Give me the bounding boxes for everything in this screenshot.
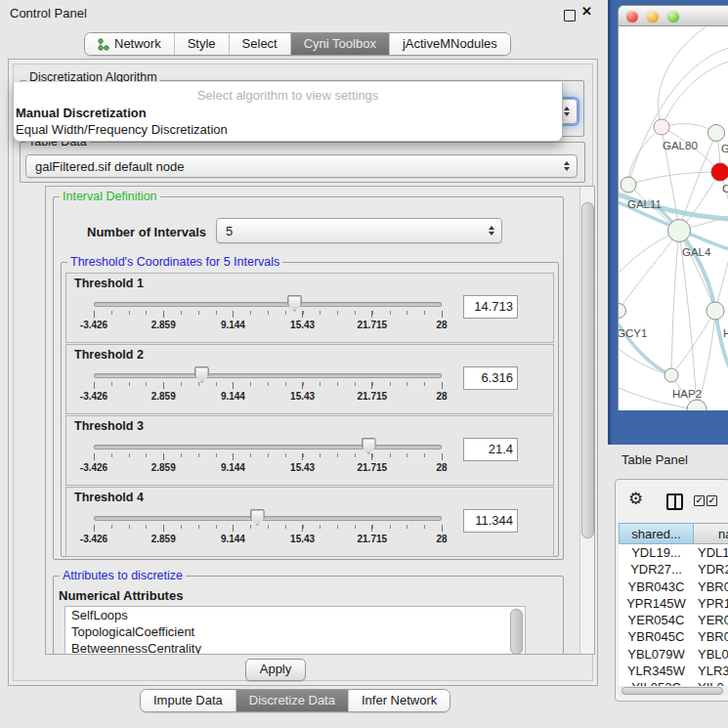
list-item-betweennesscentrality[interactable]: BetweennessCentrality (65, 640, 525, 655)
cell-shared-name: YLR345W (619, 663, 694, 679)
list-scrollbar-thumb[interactable] (510, 609, 523, 655)
float-window-icon[interactable] (564, 10, 576, 21)
tick-label: -3.426 (72, 534, 115, 544)
dropdown-option-equal-width-frequency[interactable]: Equal Width/Frequency Discretization (16, 121, 560, 138)
slider-thumb[interactable] (250, 509, 265, 526)
tab-style[interactable]: Style (174, 33, 229, 55)
table-row[interactable]: YBR045CYBR0 (619, 628, 728, 645)
threshold-value-field[interactable]: 11.344 (463, 509, 518, 533)
slider-major-tick (94, 382, 95, 389)
cell-name: YBL0 (698, 646, 728, 663)
panel-title: Control Panel (10, 6, 87, 21)
slider-track[interactable] (94, 445, 442, 450)
table-row[interactable]: YBL079WYBL0 (619, 646, 728, 663)
tab-label: Select (242, 33, 278, 55)
split-view-icon[interactable] (666, 493, 683, 510)
dropdown-option-manual-discretization[interactable]: Manual Discretization (16, 105, 560, 121)
node-hap2 (664, 368, 678, 382)
tick-label: 2.859 (142, 320, 185, 330)
cell-shared-name: YIL052C (619, 679, 694, 686)
svg-text:GAL11: GAL11 (627, 198, 662, 210)
table-row[interactable]: YBR043CYBR0 (619, 578, 728, 595)
table-row[interactable]: YDL19...YDL1 (619, 544, 728, 561)
cell-name: YIL0 (698, 679, 724, 686)
list-item-selfloops[interactable]: SelfLoops (65, 607, 525, 623)
slider-major-tick (163, 453, 164, 460)
slider-major-tick (302, 453, 303, 460)
tab-infer-network[interactable]: Infer Network (348, 690, 450, 711)
table-horizontal-scrollbar[interactable] (619, 686, 728, 696)
network-canvas[interactable]: GAL80 GA C GAL11 GAL4 GCY1 H HAP2 (618, 26, 728, 410)
scrollbar-thumb[interactable] (621, 687, 723, 695)
slider-major-tick (442, 525, 443, 532)
table-row[interactable]: YLR345WYLR3 (619, 663, 728, 679)
close-window-icon[interactable] (626, 11, 638, 22)
tick-label: -3.426 (72, 391, 115, 402)
tab-jactivemnodules[interactable]: jActiveMNodules (389, 33, 510, 55)
stepper-icon (564, 107, 570, 116)
close-icon[interactable]: ✕ (581, 4, 592, 19)
tab-label: Network (114, 33, 161, 55)
column-header-name[interactable]: na (694, 523, 728, 544)
slider-major-tick (442, 453, 443, 460)
tab-select[interactable]: Select (229, 33, 290, 55)
slider-minor-ticks (94, 525, 443, 529)
slider-major-tick (302, 382, 303, 389)
threshold-value-field[interactable]: 6.316 (463, 366, 518, 390)
table-row[interactable]: YDR27...YDR2 (619, 561, 728, 578)
number-of-intervals-label: Number of Intervals (87, 225, 206, 239)
tick-label: 9.144 (211, 320, 254, 330)
slider-minor-ticks (94, 311, 443, 315)
threshold-value-field[interactable]: 14.713 (463, 295, 518, 319)
network-icon (98, 38, 109, 51)
apply-button[interactable]: Apply (245, 659, 306, 681)
slider-major-tick (233, 382, 234, 389)
scrollbar-thumb[interactable] (581, 202, 594, 538)
algorithm-dropdown-popup: Select algorithm to view settings Manual… (13, 82, 563, 142)
slider-track[interactable] (94, 516, 442, 521)
tick-label: 9.144 (211, 534, 254, 544)
slider-thumb[interactable] (194, 366, 209, 383)
gear-icon[interactable]: ⚙ (628, 491, 643, 507)
tab-cyni-toolbox[interactable]: Cyni Toolbox (290, 33, 389, 55)
checkbox-icon[interactable]: ✓ (707, 495, 717, 506)
slider-major-tick (163, 525, 164, 532)
tab-discretize-data[interactable]: Discretize Data (236, 690, 348, 711)
column-header-shared[interactable]: shared... (619, 523, 694, 544)
slider-major-tick (94, 311, 95, 318)
network-window-titlebar[interactable] (618, 5, 728, 26)
slider-track[interactable] (94, 373, 442, 378)
table-row[interactable]: YPR145WYPR1 (619, 595, 728, 612)
number-of-intervals-value: 5 (226, 224, 233, 238)
settings-scrollbar[interactable] (579, 187, 594, 654)
slider-thumb[interactable] (287, 295, 302, 312)
tab-label: Infer Network (362, 690, 437, 711)
slider-thumb[interactable] (362, 438, 376, 454)
tick-label: 21.715 (351, 534, 394, 544)
interval-definition-title: Interval Definition (60, 190, 160, 203)
tick-label: 2.859 (142, 534, 185, 544)
tick-label: 28 (420, 320, 463, 330)
slider-minor-ticks (94, 453, 443, 457)
tick-label: 28 (420, 391, 463, 402)
numerical-attributes-list: SelfLoopsTopologicalCoefficientBetweenne… (64, 606, 526, 655)
node-gal4 (668, 220, 691, 242)
table-row[interactable]: YER054CYER0 (619, 612, 728, 628)
node-gal80 (654, 119, 669, 135)
tab-impute-data[interactable]: Impute Data (141, 690, 236, 711)
threshold-box-1: Threshold 1-3.4262.8599.14415.4321.71528… (65, 273, 554, 343)
tab-network[interactable]: Network (85, 33, 174, 55)
tick-label: 15.43 (281, 320, 324, 330)
bottom-tab-bar: Impute DataDiscretize DataInfer Network (140, 689, 450, 712)
list-item-topologicalcoefficient[interactable]: TopologicalCoefficient (65, 623, 525, 640)
tick-label: -3.426 (72, 462, 115, 473)
number-of-intervals-combobox[interactable]: 5 (216, 218, 502, 243)
zoom-window-icon[interactable] (667, 11, 679, 22)
slider-track[interactable] (94, 302, 442, 307)
minimize-window-icon[interactable] (647, 11, 659, 22)
table-row[interactable]: YIL052CYIL0 (619, 679, 728, 686)
checkbox-icon[interactable]: ✓ (694, 495, 705, 506)
tick-label: 15.43 (281, 391, 324, 402)
numerical-attributes-label: Numerical Attributes (59, 588, 183, 603)
threshold-value-field[interactable]: 21.4 (463, 438, 518, 461)
